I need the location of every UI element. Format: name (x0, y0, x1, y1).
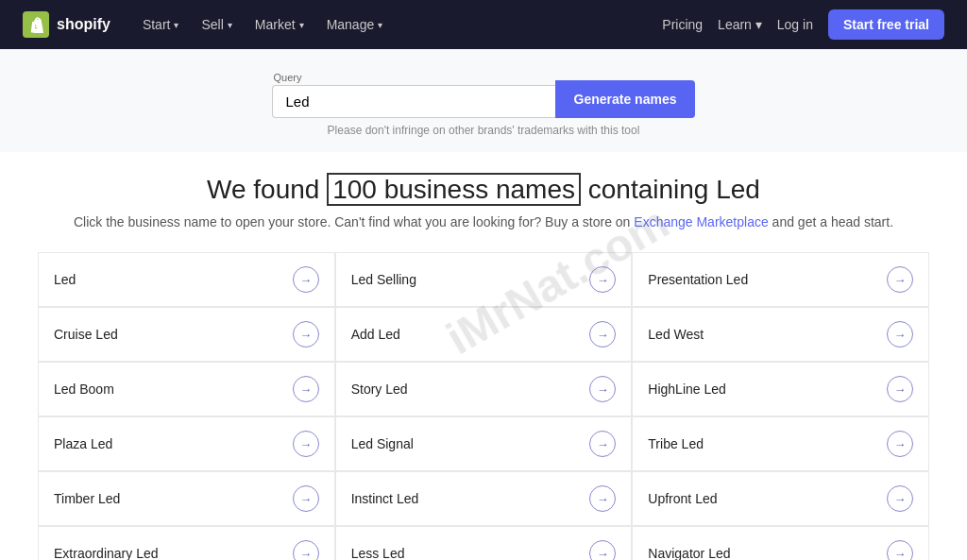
business-name: Tribe Led (648, 436, 704, 451)
pricing-link[interactable]: Pricing (662, 17, 703, 32)
business-name: Cruise Led (54, 327, 118, 342)
arrow-icon: → (887, 266, 913, 293)
arrow-icon: → (589, 321, 616, 348)
search-row: Query Generate names (272, 72, 696, 118)
name-list-item[interactable]: Led Selling → (335, 252, 633, 307)
name-list-item[interactable]: Instinct Led → (335, 471, 633, 526)
business-name: Led Signal (351, 436, 414, 451)
arrow-icon: → (589, 266, 616, 293)
name-list-item[interactable]: Plaza Led → (38, 416, 335, 471)
business-name: Led Selling (351, 272, 416, 287)
search-hint: Please don't infringe on other brands' t… (328, 124, 640, 137)
logo[interactable]: shopify (23, 11, 110, 38)
arrow-icon: → (887, 485, 913, 512)
nav-menu: Start ▾ Sell ▾ Market ▾ Manage ▾ (133, 11, 654, 38)
business-name: Timber Led (54, 491, 120, 506)
nav-start[interactable]: Start ▾ (133, 11, 189, 38)
arrow-icon: → (887, 540, 913, 560)
name-list-item[interactable]: Led West → (632, 307, 929, 362)
sub-text: Click the business name to open your sto… (38, 214, 929, 229)
search-input-wrap: Query (272, 72, 555, 118)
nav-market[interactable]: Market ▾ (246, 11, 314, 38)
nav-manage[interactable]: Manage ▾ (317, 11, 393, 38)
business-name: Plaza Led (54, 436, 112, 451)
name-list-item[interactable]: Story Led → (335, 362, 633, 416)
name-list-item[interactable]: Extraordinary Led → (38, 526, 335, 560)
business-name: Extraordinary Led (54, 546, 159, 560)
name-list-item[interactable]: Less Led → (335, 526, 633, 560)
search-section: Query Generate names Please don't infrin… (0, 49, 967, 152)
arrow-icon: → (589, 431, 616, 457)
chevron-down-icon: ▾ (174, 20, 178, 30)
arrow-icon: → (293, 431, 319, 457)
logo-text: shopify (57, 16, 110, 33)
start-trial-button[interactable]: Start free trial (828, 9, 944, 40)
query-label: Query (272, 72, 555, 83)
navigation: shopify Start ▾ Sell ▾ Market ▾ Manage ▾… (0, 0, 967, 49)
name-list-item[interactable]: Led Boom → (38, 362, 335, 416)
name-list-item[interactable]: Timber Led → (38, 471, 335, 526)
business-name: Story Led (351, 382, 408, 397)
business-name: Less Led (351, 546, 405, 560)
search-input[interactable] (272, 85, 555, 118)
login-link[interactable]: Log in (777, 17, 813, 32)
name-list-item[interactable]: Presentation Led → (632, 252, 929, 307)
shopify-logo-icon (23, 11, 49, 38)
chevron-down-icon: ▾ (755, 17, 762, 32)
arrow-icon: → (887, 431, 913, 457)
headline: We found 100 business names containing L… (38, 175, 929, 205)
business-name: Add Led (351, 327, 400, 342)
chevron-down-icon: ▾ (228, 20, 232, 30)
learn-link[interactable]: Learn ▾ (718, 17, 762, 32)
name-list-item[interactable]: HighLine Led → (632, 362, 929, 416)
name-list-item[interactable]: Navigator Led → (632, 526, 929, 560)
arrow-icon: → (887, 376, 913, 402)
nav-sell[interactable]: Sell ▾ (192, 11, 241, 38)
chevron-down-icon: ▾ (299, 20, 304, 30)
chevron-down-icon: ▾ (378, 20, 382, 30)
name-list-item[interactable]: Upfront Led → (632, 471, 929, 526)
main-content: We found 100 business names containing L… (0, 152, 967, 560)
arrow-icon: → (293, 321, 319, 348)
name-list-item[interactable]: Led → (38, 252, 335, 307)
arrow-icon: → (293, 540, 319, 560)
business-name: HighLine Led (648, 382, 726, 397)
business-name: Upfront Led (648, 491, 717, 506)
nav-right: Pricing Learn ▾ Log in Start free trial (662, 9, 944, 40)
arrow-icon: → (589, 485, 616, 512)
business-name: Led West (648, 327, 704, 342)
arrow-icon: → (887, 321, 913, 348)
name-list-item[interactable]: Tribe Led → (632, 416, 929, 471)
names-grid: Led → Led Selling → Presentation Led → C… (38, 252, 929, 560)
business-name: Presentation Led (648, 272, 748, 287)
arrow-icon: → (589, 540, 616, 560)
name-list-item[interactable]: Led Signal → (335, 416, 633, 471)
business-name: Led (54, 272, 76, 287)
marketplace-link[interactable]: Exchange Marketplace (634, 214, 768, 229)
name-list-item[interactable]: Cruise Led → (38, 307, 335, 362)
business-name: Led Boom (54, 382, 114, 397)
business-name: Navigator Led (648, 546, 730, 560)
arrow-icon: → (589, 376, 616, 402)
arrow-icon: → (293, 485, 319, 512)
business-name: Instinct Led (351, 491, 419, 506)
generate-button[interactable]: Generate names (555, 80, 696, 118)
arrow-icon: → (293, 376, 319, 402)
name-list-item[interactable]: Add Led → (335, 307, 633, 362)
arrow-icon: → (293, 266, 319, 293)
